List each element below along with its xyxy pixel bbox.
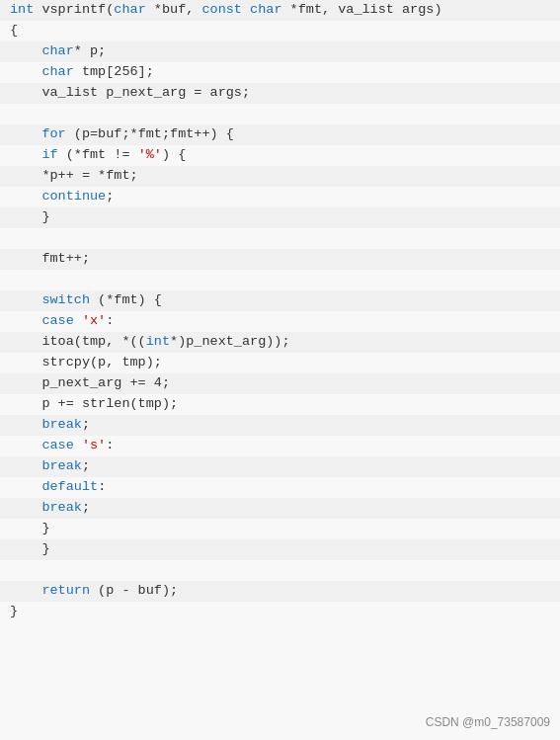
code-line: case 's': — [0, 436, 560, 456]
code-text: char* p; — [10, 41, 550, 62]
code-text: p += strlen(tmp); — [10, 394, 550, 415]
code-text: p_next_arg += 4; — [10, 373, 550, 394]
code-line: itoa(tmp, *((int*)p_next_arg)); — [0, 332, 560, 353]
code-text: *p++ = *fmt; — [10, 166, 550, 187]
code-text: break; — [10, 415, 550, 436]
code-text: char tmp[256]; — [10, 62, 550, 83]
code-text: { — [10, 21, 550, 41]
code-text: switch (*fmt) { — [10, 290, 550, 311]
code-line: } — [0, 602, 560, 622]
code-line: } — [0, 207, 560, 228]
code-text: itoa(tmp, *((int*)p_next_arg)); — [10, 332, 550, 353]
code-text: case 'x': — [10, 311, 550, 332]
code-text: int vsprintf(char *buf, const char *fmt,… — [10, 0, 550, 21]
code-line: break; — [0, 498, 560, 519]
code-text: } — [10, 207, 550, 228]
code-line: if (*fmt != '%') { — [0, 145, 560, 166]
code-line — [0, 228, 560, 249]
code-text: continue; — [10, 187, 550, 207]
code-text: break; — [10, 456, 550, 477]
code-line: p += strlen(tmp); — [0, 394, 560, 415]
code-line: p_next_arg += 4; — [0, 373, 560, 394]
code-line: fmt++; — [0, 249, 560, 270]
code-line: for (p=buf;*fmt;fmt++) { — [0, 124, 560, 145]
code-text: } — [10, 519, 550, 539]
code-text: case 's': — [10, 436, 550, 456]
code-text: fmt++; — [10, 249, 550, 270]
code-line: continue; — [0, 187, 560, 207]
code-line — [0, 270, 560, 290]
code-line: return (p - buf); — [0, 581, 560, 602]
code-text: for (p=buf;*fmt;fmt++) { — [10, 124, 550, 145]
code-line: va_list p_next_arg = args; — [0, 83, 560, 104]
code-text: } — [10, 602, 550, 622]
code-line: int vsprintf(char *buf, const char *fmt,… — [0, 0, 560, 21]
code-text: if (*fmt != '%') { — [10, 145, 550, 166]
code-text: strcpy(p, tmp); — [10, 353, 550, 373]
code-text: break; — [10, 498, 550, 519]
code-line: strcpy(p, tmp); — [0, 353, 560, 373]
code-text: } — [10, 539, 550, 560]
code-line: switch (*fmt) { — [0, 290, 560, 311]
code-line: case 'x': — [0, 311, 560, 332]
code-line: char tmp[256]; — [0, 62, 560, 83]
code-container: int vsprintf(char *buf, const char *fmt,… — [0, 0, 560, 740]
code-text: return (p - buf); — [10, 581, 550, 602]
code-line — [0, 104, 560, 124]
code-line: { — [0, 21, 560, 41]
code-text: default: — [10, 477, 550, 498]
code-line: *p++ = *fmt; — [0, 166, 560, 187]
code-line: break; — [0, 456, 560, 477]
code-line: } — [0, 539, 560, 560]
code-line — [0, 560, 560, 581]
code-line: break; — [0, 415, 560, 436]
code-line: default: — [0, 477, 560, 498]
code-text: va_list p_next_arg = args; — [10, 83, 550, 104]
watermark: CSDN @m0_73587009 — [426, 713, 550, 732]
code-line: char* p; — [0, 41, 560, 62]
code-lines-wrapper: int vsprintf(char *buf, const char *fmt,… — [0, 0, 560, 622]
code-line: } — [0, 519, 560, 539]
